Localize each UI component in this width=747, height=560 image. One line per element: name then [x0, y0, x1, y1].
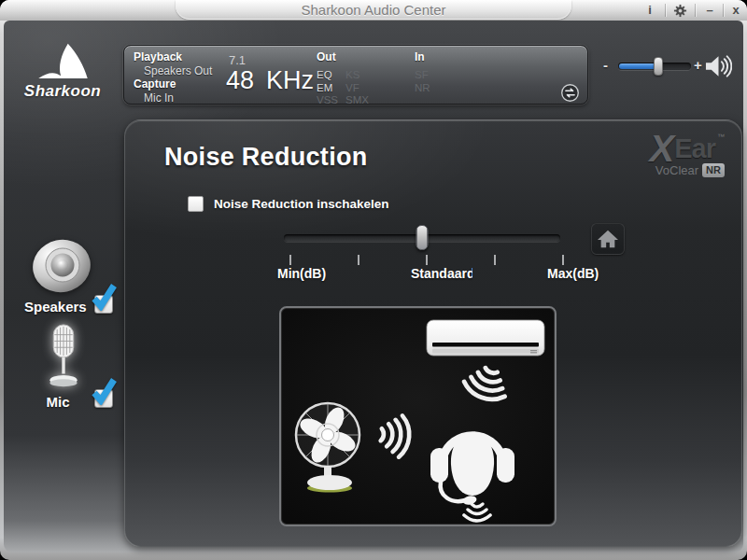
effect-eq: EQ — [317, 69, 345, 82]
noise-sources-illustration — [279, 306, 557, 526]
capture-label: Capture — [134, 77, 176, 91]
xear-logo: X Ear ™ VoClear NR — [650, 130, 725, 177]
speakers-label: Speakers — [24, 299, 87, 315]
slider-max-label: Max(dB) — [547, 266, 599, 281]
shark-fin-icon — [35, 41, 90, 80]
noise-reduction-slider-handle[interactable] — [416, 225, 429, 250]
mic-label: Mic — [37, 394, 78, 410]
volume-slider-track[interactable] — [618, 63, 691, 70]
title-bar: Sharkoon Audio Center i – x — [0, 0, 747, 21]
effect-nr: NR — [415, 82, 448, 95]
slider-tick — [426, 255, 428, 265]
gear-icon — [673, 4, 687, 18]
effect-ks: KS — [345, 69, 379, 82]
slider-min-label: Min(dB) — [277, 266, 326, 281]
home-button[interactable] — [591, 223, 625, 255]
fan-sound-waves-icon — [370, 410, 420, 462]
xear-tm: ™ — [717, 133, 725, 141]
out-label: Out — [317, 50, 336, 63]
divider — [695, 4, 696, 17]
effect-vf: VF — [345, 82, 379, 95]
speakers-device-icon[interactable] — [31, 238, 94, 296]
mic-checkbox[interactable] — [94, 389, 113, 408]
volume-slider-handle[interactable] — [654, 57, 663, 76]
noise-reduction-slider-track[interactable] — [284, 234, 560, 242]
headset-person-icon — [426, 407, 519, 523]
noise-reduction-panel: Noise Reduction X Ear ™ VoClear NR Noise… — [124, 119, 742, 547]
page-title: Noise Reduction — [164, 143, 368, 172]
sharkoon-logo: Sharkoon — [11, 41, 114, 101]
volume-minus-button[interactable]: - — [603, 57, 608, 73]
effect-smx: SMX — [345, 94, 379, 107]
app-window: Sharkoon Audio Center i – x Sharkoon — [0, 0, 747, 560]
close-button[interactable]: x — [725, 2, 747, 19]
noise-reduction-enable-checkbox[interactable] — [188, 196, 204, 212]
slider-default-label: Standaard — [411, 266, 472, 281]
playback-device: Speakers Out — [144, 64, 212, 77]
volume-plus-button[interactable]: + — [694, 57, 702, 73]
info-button[interactable]: i — [639, 2, 661, 19]
playback-label: Playback — [134, 50, 182, 63]
status-panel: Playback Speakers Out Capture Mic In 7.1… — [123, 45, 588, 105]
noise-reduction-enable-label: Noise Reduction inschakelen — [214, 197, 389, 211]
settings-button[interactable] — [669, 2, 691, 19]
channel-mode: 7.1 — [229, 53, 246, 67]
air-conditioner-icon — [426, 319, 545, 362]
xear-name: Ear — [674, 130, 715, 167]
xear-nr-badge: NR — [702, 163, 725, 177]
fan-icon — [292, 398, 374, 495]
brand-name: Sharkoon — [11, 82, 114, 101]
speakers-checkbox[interactable] — [94, 295, 113, 314]
window-title: Sharkoon Audio Center — [176, 0, 571, 20]
in-effects: SF NR — [415, 69, 448, 94]
slider-tick — [358, 255, 359, 265]
effect-sf: SF — [415, 69, 448, 82]
master-volume-speaker-icon[interactable] — [705, 54, 732, 78]
out-effects: EQ KS EM VF VSS SMX — [317, 69, 379, 107]
minimize-button[interactable]: – — [698, 2, 721, 19]
xear-subbrand: VoClear — [655, 163, 698, 177]
slider-tick — [494, 255, 496, 265]
slider-tick — [562, 255, 564, 265]
sample-rate-unit: KHz — [266, 66, 314, 94]
home-icon — [597, 229, 619, 249]
effect-vss: VSS — [317, 94, 345, 107]
swap-devices-button[interactable] — [560, 83, 580, 103]
divider — [723, 4, 724, 17]
in-label: In — [415, 50, 425, 63]
mic-device-icon[interactable] — [37, 322, 90, 391]
effect-em: EM — [317, 82, 345, 95]
sample-rate: 48KHz — [226, 66, 314, 95]
divider — [665, 4, 666, 17]
xear-x: X — [650, 130, 675, 167]
capture-device: Mic In — [144, 91, 174, 105]
sample-rate-value: 48 — [226, 66, 254, 94]
swap-arrows-icon — [560, 83, 580, 103]
slider-tick — [289, 255, 291, 265]
